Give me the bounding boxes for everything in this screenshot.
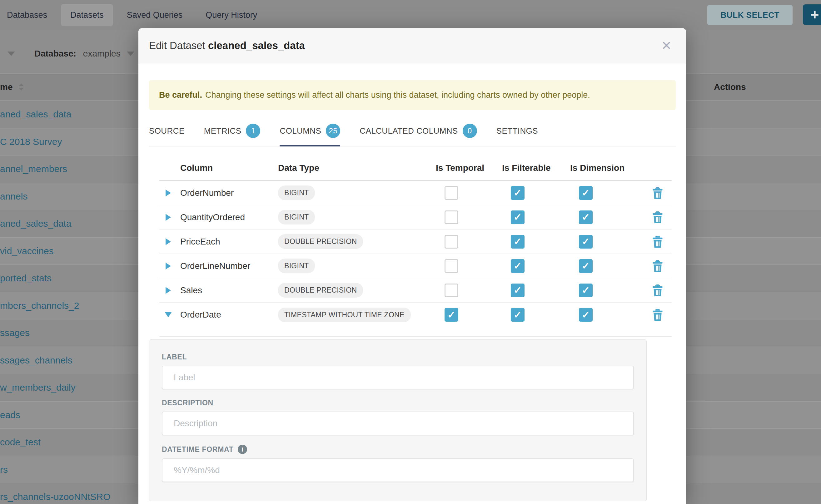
dataset-link[interactable]: aned_sales_data — [0, 109, 72, 120]
chevron-down-icon — [7, 52, 15, 56]
dataset-link[interactable]: ported_stats — [0, 273, 52, 284]
dataset-link[interactable]: vid_vaccines — [0, 246, 54, 256]
tab-calculated-columns[interactable]: CALCULATED COLUMNS 0 — [359, 117, 477, 146]
trash-icon[interactable] — [652, 211, 663, 223]
column-name: OrderDate — [180, 310, 278, 320]
is-dimension-checkbox[interactable] — [579, 259, 593, 273]
sort-icon[interactable] — [19, 83, 24, 91]
trash-icon[interactable] — [652, 260, 663, 272]
is-filterable-checkbox[interactable] — [511, 235, 525, 249]
is-temporal-checkbox[interactable] — [445, 259, 458, 273]
chevron-down-icon — [127, 52, 134, 56]
edit-dataset-modal: Edit Dataset cleaned_sales_data ✕ Be car… — [138, 28, 686, 504]
datetime-format-field: DATETIME FORMAT i — [162, 445, 634, 482]
data-type-pill: TIMESTAMP WITHOUT TIME ZONE — [278, 308, 411, 322]
columns-table-header: Column Data Type Is Temporal Is Filterab… — [159, 156, 672, 181]
trash-icon[interactable] — [652, 187, 663, 199]
column-name: Sales — [180, 285, 278, 295]
table-row: OrderLineNumber BIGINT — [159, 254, 672, 278]
is-filterable-checkbox[interactable] — [511, 186, 525, 200]
dataset-link[interactable]: annels — [0, 191, 27, 202]
tab-label: COLUMNS — [279, 126, 321, 136]
is-temporal-checkbox[interactable] — [445, 308, 458, 322]
expand-caret-icon[interactable] — [165, 312, 172, 318]
dataset-link[interactable]: rs — [0, 464, 8, 475]
trash-icon[interactable] — [652, 284, 663, 296]
expand-caret-icon[interactable] — [166, 214, 171, 221]
dataset-link[interactable]: C 2018 Survey — [0, 136, 62, 147]
nav-item-saved-queries[interactable]: Saved Queries — [117, 4, 192, 26]
nav-item-query-history[interactable]: Query History — [196, 4, 266, 26]
tab-settings[interactable]: SETTINGS — [497, 117, 538, 146]
description-input[interactable] — [162, 412, 634, 435]
dataset-link[interactable]: w_members_daily — [0, 382, 76, 393]
label-field-label: LABEL — [162, 353, 634, 361]
modal-title: Edit Dataset cleaned_sales_data — [149, 40, 305, 52]
field-label-text: LABEL — [162, 353, 187, 361]
dataset-link[interactable]: eads — [0, 410, 20, 420]
bulk-select-button[interactable]: BULK SELECT — [707, 5, 793, 25]
is-dimension-checkbox[interactable] — [579, 235, 593, 249]
modal-body: Be careful. Changing these settings will… — [138, 80, 686, 501]
data-type-pill: BIGINT — [278, 259, 315, 273]
is-temporal-checkbox[interactable] — [445, 284, 458, 297]
warning-banner: Be careful. Changing these settings will… — [149, 80, 676, 110]
is-dimension-checkbox[interactable] — [579, 210, 593, 224]
database-filter-value[interactable]: examples — [83, 49, 121, 59]
name-column-header[interactable]: me — [0, 82, 12, 92]
is-filterable-checkbox[interactable] — [511, 284, 525, 297]
is-dimension-checkbox[interactable] — [579, 186, 593, 200]
trash-icon[interactable] — [652, 236, 663, 248]
expand-caret-icon[interactable] — [166, 190, 171, 196]
count-badge: 0 — [463, 124, 477, 138]
tab-columns[interactable]: COLUMNS 25 — [279, 117, 340, 146]
info-icon[interactable]: i — [238, 445, 247, 454]
is-temporal-checkbox[interactable] — [445, 186, 458, 200]
is-dimension-checkbox[interactable] — [579, 308, 593, 322]
database-filter[interactable]: Database: examples — [0, 47, 134, 61]
expand-caret-icon[interactable] — [166, 287, 171, 294]
header-is-filterable: Is Filterable — [502, 163, 570, 173]
warning-bold: Be careful. — [159, 90, 202, 100]
nav-item-datasets[interactable]: Datasets — [61, 4, 113, 26]
field-label-text: DESCRIPTION — [162, 399, 213, 407]
header-is-temporal: Is Temporal — [436, 163, 502, 173]
trash-icon[interactable] — [652, 309, 663, 321]
count-badge: 1 — [246, 124, 260, 138]
expand-caret-icon[interactable] — [166, 263, 171, 269]
label-field: LABEL — [162, 353, 634, 389]
is-temporal-checkbox[interactable] — [445, 235, 458, 249]
dataset-link[interactable]: mbers_channels_2 — [0, 300, 79, 311]
expand-caret-icon[interactable] — [166, 238, 171, 245]
add-dataset-button[interactable]: + — [803, 4, 821, 25]
is-filterable-checkbox[interactable] — [511, 210, 525, 224]
nav-item-databases[interactable]: Databases — [7, 4, 57, 26]
dataset-link[interactable]: ssages_channels — [0, 355, 72, 366]
header-is-dimension: Is Dimension — [570, 163, 638, 173]
header-data-type: Data Type — [278, 163, 436, 173]
close-icon[interactable]: ✕ — [661, 39, 672, 52]
dataset-link[interactable]: code_test — [0, 437, 41, 447]
dataset-link[interactable]: annel_members — [0, 164, 67, 174]
datetime-format-input[interactable] — [162, 458, 634, 482]
is-dimension-checkbox[interactable] — [579, 284, 593, 297]
dataset-link[interactable]: rs_channels-uzooNNtSRO — [0, 492, 110, 502]
description-field: DESCRIPTION — [162, 399, 634, 435]
is-filterable-checkbox[interactable] — [511, 259, 525, 273]
dataset-link[interactable]: aned_sales_data — [0, 218, 72, 229]
dataset-link[interactable]: ssages — [0, 328, 30, 338]
tab-metrics[interactable]: METRICS 1 — [204, 117, 260, 146]
modal-title-prefix: Edit Dataset — [149, 40, 205, 51]
tab-label: SOURCE — [149, 126, 185, 136]
modal-header: Edit Dataset cleaned_sales_data ✕ — [138, 28, 686, 63]
column-name: OrderLineNumber — [180, 261, 278, 271]
tab-source[interactable]: SOURCE — [149, 117, 185, 146]
label-input[interactable] — [162, 366, 634, 389]
is-filterable-checkbox[interactable] — [511, 308, 525, 322]
table-row: OrderDate TIMESTAMP WITHOUT TIME ZONE — [159, 303, 672, 327]
column-name: PriceEach — [180, 237, 278, 247]
is-temporal-checkbox[interactable] — [445, 210, 458, 224]
modal-dataset-name: cleaned_sales_data — [208, 40, 305, 51]
description-field-label: DESCRIPTION — [162, 399, 634, 407]
column-editor-panel: LABEL DESCRIPTION DATETIME FORMAT i — [149, 339, 647, 501]
